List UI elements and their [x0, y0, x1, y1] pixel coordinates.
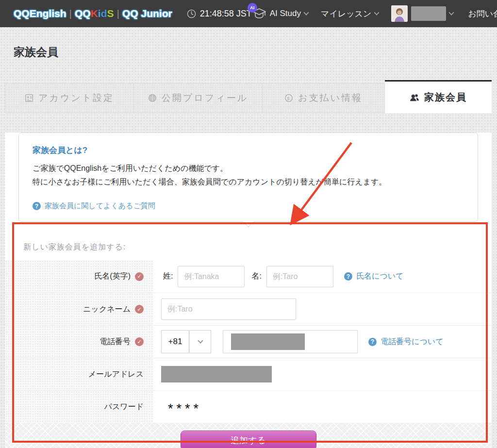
name-help-label: 氏名について: [356, 271, 404, 282]
tab-family-members[interactable]: 家族会員: [385, 80, 492, 113]
faq-link-label: 家族会員に関してよくあるご質問: [45, 201, 155, 211]
masked-password: ****: [168, 398, 202, 416]
first-name-input[interactable]: [266, 266, 333, 287]
settings-tabs: アカウント設定 公開プロフィール $ お支払い情報 家族会員: [5, 80, 492, 113]
info-title: 家族会員とは?: [33, 145, 464, 156]
email-label: メールアドレス: [88, 369, 144, 380]
select-chevron: [189, 330, 211, 353]
required-badge-icon: ✓: [135, 272, 144, 281]
my-lesson-label: マイレッスン: [321, 8, 371, 19]
phone-label-cell: 電話番号 ✓: [5, 326, 153, 358]
name-label: 氏名(英字): [94, 271, 131, 282]
dollar-circle-icon: $: [284, 94, 293, 102]
form-footer: 追加する: [5, 423, 492, 448]
phone-label: 電話番号: [99, 337, 131, 347]
tab-payment-info[interactable]: $ お支払い情報: [263, 83, 385, 113]
add-member-heading: 新しい家族会員を追加する:: [23, 242, 492, 252]
faq-link[interactable]: ? 家族会員に関してよくあるご質問: [33, 201, 155, 211]
logo-english: English: [30, 8, 66, 19]
logo-kids-k: K: [91, 8, 98, 19]
info-line-1: ご家族でQQEnglishをご利用いただくための機能です。: [33, 162, 464, 175]
question-circle-icon: ?: [33, 202, 41, 210]
ai-study-menu[interactable]: AI AI Study: [252, 7, 308, 20]
qq-english-logo[interactable]: QQEnglish | QQKidS | QQ Junior: [14, 8, 172, 19]
globe-icon: [148, 94, 157, 102]
logo-junior: Junior: [141, 8, 172, 19]
svg-text:$: $: [287, 96, 291, 101]
email-label-cell: メールアドレス: [5, 358, 153, 390]
country-code-value: +81: [161, 330, 189, 353]
chevron-down-icon: [374, 10, 380, 15]
site-header: QQEnglish | QQKidS | QQ Junior 21:48:58 …: [0, 0, 497, 27]
server-clock: 21:48:58 JST: [187, 9, 252, 19]
required-badge-icon: ✓: [135, 305, 144, 314]
phone-help-link[interactable]: ? 電話番号について: [368, 337, 444, 347]
redacted-email: [161, 366, 272, 382]
form-row-email: メールアドレス: [5, 358, 492, 390]
question-circle-icon: ?: [368, 338, 377, 346]
logo-kids-s: S: [107, 8, 114, 19]
tab-public-profile[interactable]: 公開プロフィール: [134, 83, 263, 113]
tab-account-settings[interactable]: アカウント設定: [5, 83, 134, 113]
clock-icon: [187, 9, 196, 18]
form-row-nickname: ニックネーム ✓: [5, 293, 492, 325]
logo-kids-d: d: [101, 8, 107, 19]
graduation-cap-icon: AI: [252, 7, 266, 20]
question-circle-icon: ?: [344, 272, 352, 281]
country-code-select[interactable]: +81: [161, 330, 211, 353]
page-title: 家族会員: [14, 45, 497, 60]
main-content: 家族会員 アカウント設定 公開プロフィール $ お支払い情報 家族会員: [0, 45, 497, 448]
users-icon: [410, 93, 419, 102]
tab-label: アカウント設定: [38, 92, 114, 104]
password-value-cell: ****: [153, 391, 492, 423]
name-label-cell: 氏名(英字) ✓: [5, 260, 153, 293]
email-value-cell: [153, 358, 492, 390]
chevron-down-icon: [198, 338, 203, 343]
speech-bubble-notch: [242, 216, 254, 227]
add-member-form: 氏名(英字) ✓ 姓: 名: ? 氏名について ニックネーム: [5, 260, 492, 423]
form-row-name: 氏名(英字) ✓ 姓: 名: ? 氏名について: [5, 260, 492, 293]
first-name-sublabel: 名:: [251, 271, 261, 282]
chevron-down-icon: [303, 10, 309, 15]
phone-number-input[interactable]: [223, 330, 358, 353]
phone-help-label: 電話番号について: [381, 337, 444, 347]
logo-separator: |: [117, 8, 119, 19]
ai-badge: AI: [248, 3, 257, 13]
family-info-box: 家族会員とは? ご家族でQQEnglishをご利用いただくための機能です。 特に…: [18, 133, 478, 222]
ai-study-label: AI Study: [270, 9, 301, 18]
last-name-input[interactable]: [178, 266, 245, 287]
logo-separator: |: [69, 8, 72, 19]
avatar: [391, 5, 408, 22]
id-card-icon: [25, 94, 33, 102]
chevron-down-icon: [449, 10, 454, 15]
form-row-phone: 電話番号 ✓ +81 ? 電話番号について: [5, 325, 492, 358]
my-lesson-menu[interactable]: マイレッスン: [321, 8, 379, 19]
nickname-label-cell: ニックネーム ✓: [5, 293, 153, 325]
header-nav: AI AI Study マイレッスン お問い合わせ: [252, 5, 497, 22]
name-help-link[interactable]: ? 氏名について: [344, 271, 404, 282]
name-value-cell: 姓: 名: ? 氏名について: [153, 260, 492, 293]
phone-value-cell: +81 ? 電話番号について: [153, 326, 492, 358]
last-name-sublabel: 姓:: [163, 271, 173, 282]
clock-time: 21:48:58 JST: [200, 9, 252, 19]
password-label: パスワード: [104, 402, 144, 412]
tab-label: お支払い情報: [298, 92, 363, 104]
info-line-2: 特に小さなお子様にご利用いただく場合、家族会員間でのアカウントの切り替えが簡単に…: [33, 175, 464, 189]
redacted-phone-number: [231, 333, 305, 350]
nickname-label: ニックネーム: [83, 304, 131, 315]
contact-link[interactable]: お問い合わせ: [468, 8, 497, 19]
tab-label: 家族会員: [424, 91, 467, 104]
redacted-username: [411, 6, 446, 21]
tab-label: 公開プロフィール: [162, 92, 248, 104]
form-row-password: パスワード ****: [5, 390, 492, 423]
account-menu[interactable]: [391, 5, 453, 22]
password-label-cell: パスワード: [5, 391, 153, 423]
nickname-input[interactable]: [161, 299, 296, 320]
required-badge-icon: ✓: [135, 337, 144, 346]
logo-qq3: QQ: [122, 8, 138, 19]
add-member-button[interactable]: 追加する: [181, 431, 316, 448]
logo-qq2: QQ: [75, 8, 91, 19]
nickname-value-cell: [153, 293, 492, 325]
logo-qq1: QQ: [14, 8, 30, 19]
family-members-panel: 家族会員とは? ご家族でQQEnglishをご利用いただくための機能です。 特に…: [5, 133, 492, 448]
